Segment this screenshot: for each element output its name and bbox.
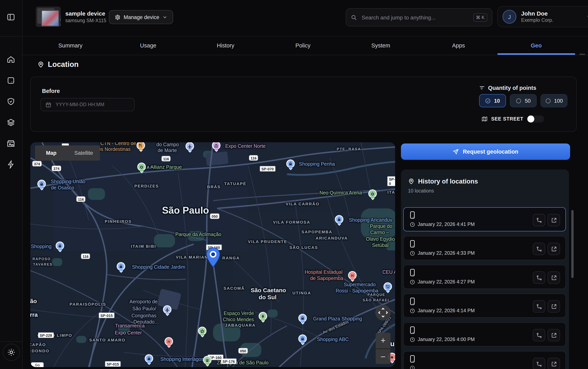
map-poi-label[interactable]: Hospital Estadual (305, 269, 343, 275)
map-poi-label[interactable]: Chico Mendes (223, 317, 254, 322)
map-poi-label[interactable]: do Campo (156, 142, 179, 147)
show-route-button[interactable] (533, 243, 545, 255)
map-poi-label[interactable]: Shopping União (51, 179, 85, 184)
home-icon[interactable] (7, 55, 15, 64)
map-poi-label[interactable]: Neo Química Arena (320, 190, 362, 195)
location-history-item[interactable]: January 22, 2026 4:27 PM (403, 265, 566, 289)
tab-policy[interactable]: Policy (295, 36, 310, 55)
map-poi-label[interactable]: Grand Plaza Shopping (313, 316, 362, 322)
expo-center-pin[interactable] (213, 142, 219, 149)
open-external-button[interactable] (547, 243, 560, 255)
espaco-verde-pin[interactable] (259, 313, 266, 319)
sidebar-toggle-icon[interactable] (7, 13, 15, 21)
map-poi-label[interactable]: Expo Center (115, 330, 142, 336)
tab-usage[interactable]: Usage (140, 36, 156, 55)
neo-quimica-pin[interactable] (369, 190, 376, 197)
allianz-parque-pin[interactable] (138, 164, 145, 170)
map-poi-label[interactable]: Parque da Aclimação (175, 232, 221, 237)
location-history-item[interactable]: January 22, 2026 4:14 PM (403, 294, 566, 318)
tab-summary[interactable]: Summary (58, 36, 83, 55)
tab-system[interactable]: System (371, 36, 390, 55)
map-poi-label[interactable]: Allianz Parque (150, 164, 182, 170)
request-geolocation-button[interactable]: Request geolocation (401, 144, 570, 160)
map-poi-label[interactable]: de Osasco (51, 185, 74, 191)
map-poi-label[interactable]: Shopping Cidade Jardim (132, 264, 185, 270)
quantity-option-10[interactable]: 10 (479, 94, 506, 107)
map-poi-label[interactable]: es Nordestinas (98, 147, 131, 152)
map-poi-label[interactable]: Shopping Interlagos (160, 357, 204, 362)
zoo-pin[interactable] (204, 357, 211, 363)
map-canvas[interactable]: São PauloSão Caetanodo SuluãorraLAPAPERD… (30, 142, 395, 367)
tab-geo[interactable]: Geo (531, 36, 542, 55)
shopping-cidade-jardim-pin[interactable] (118, 263, 124, 270)
zoom-out-button[interactable]: − (376, 349, 391, 365)
map-poi-label[interactable]: de Sapopemba (310, 276, 343, 281)
supermarket-pin[interactable] (384, 283, 391, 290)
date-input[interactable] (55, 102, 130, 108)
layers-icon[interactable] (7, 118, 15, 127)
tab-apps[interactable]: Apps (452, 36, 465, 55)
open-external-button[interactable] (547, 271, 560, 284)
map-poi-label[interactable]: Shopping (31, 244, 52, 249)
open-external-button[interactable] (547, 214, 560, 226)
location-history-item[interactable]: January 22, 2026 4:00 PM (403, 322, 566, 347)
user-menu[interactable]: J John Doe Exemplo Corp. (497, 6, 588, 27)
location-history-item[interactable]: January 22, 2026 4:41 PM (403, 207, 566, 231)
map-poi-label[interactable]: de Marte (158, 148, 177, 153)
map-poi-label[interactable]: Congonhas (132, 313, 156, 318)
shopping-abc-pin[interactable] (299, 335, 306, 342)
map-poi-label[interactable]: ITAQ (387, 190, 395, 195)
quantity-option-100[interactable]: 100 (541, 94, 567, 107)
restaurant-pin[interactable] (137, 142, 144, 149)
show-route-button[interactable] (533, 329, 545, 341)
current-location-pin[interactable] (206, 247, 220, 267)
date-filter-field[interactable]: 1 (41, 98, 134, 111)
shopping-uniao-pin[interactable] (38, 181, 45, 187)
show-route-button[interactable] (533, 300, 545, 313)
map-poi-label[interactable]: Transamerica (115, 323, 145, 328)
search-input[interactable] (361, 14, 469, 21)
show-route-button[interactable] (533, 214, 545, 226)
quantity-option-50[interactable]: 50 (510, 94, 537, 107)
park-pin[interactable] (199, 328, 206, 334)
see-street-toggle[interactable] (527, 115, 544, 123)
map-poi-label[interactable]: Expo Center Norte (225, 144, 265, 149)
congonhas-airport-pin[interactable] (164, 306, 171, 313)
map-poi-label[interactable]: CEU A (382, 269, 395, 275)
open-external-button[interactable] (547, 358, 560, 369)
hospital-sapopemba-pin[interactable]: H (349, 272, 356, 279)
grand-plaza-pin[interactable] (299, 315, 306, 321)
shield-check-icon[interactable] (7, 97, 15, 106)
map-poi-label[interactable]: Supermercado (344, 282, 376, 287)
open-external-button[interactable] (547, 329, 560, 341)
shopping-interlagos-pin[interactable] (146, 355, 152, 362)
map-view-button[interactable]: Map (35, 145, 67, 161)
show-route-button[interactable] (533, 358, 545, 369)
zap-icon[interactable] (7, 160, 15, 169)
global-search[interactable]: ⌘ K (346, 8, 492, 26)
map-poi-label[interactable]: Setúbal (372, 243, 389, 248)
shopping-pin[interactable] (57, 242, 63, 249)
map-poi-label[interactable]: Espaço Verde (224, 311, 254, 316)
map-poi-label[interactable]: Parque do (370, 224, 392, 229)
map-poi-label[interactable]: CTN - Centro de (100, 142, 136, 146)
map-poi-label[interactable]: Aeroporto de (130, 299, 158, 305)
map-pan-control[interactable] (375, 305, 391, 320)
airport-pin-campo-de-marte[interactable] (186, 143, 193, 150)
location-history-item[interactable] (403, 351, 566, 369)
shopping-aricanduva-pin[interactable] (336, 216, 342, 223)
map-poi-label[interactable]: Shopping Penha (299, 161, 335, 167)
shopping-penha-pin[interactable] (287, 160, 294, 167)
theme-toggle-button[interactable] (3, 344, 20, 361)
map-poi-label[interactable]: São Paulo/ (133, 306, 156, 311)
map-poi-label[interactable]: Shopping Aricanduv (349, 217, 392, 223)
zoom-in-button[interactable]: + (376, 333, 391, 348)
map-poi-label[interactable]: Carmo – (370, 230, 389, 235)
open-external-button[interactable] (547, 300, 560, 313)
hospital-pin[interactable]: H (165, 338, 172, 345)
history-scrollbar[interactable] (571, 210, 574, 278)
map-poi-label[interactable]: Shopping ABC (317, 337, 349, 342)
tab-history[interactable]: History (217, 36, 234, 55)
show-route-button[interactable] (533, 271, 545, 284)
location-history-item[interactable]: January 22, 2026 4:33 PM (403, 236, 566, 260)
